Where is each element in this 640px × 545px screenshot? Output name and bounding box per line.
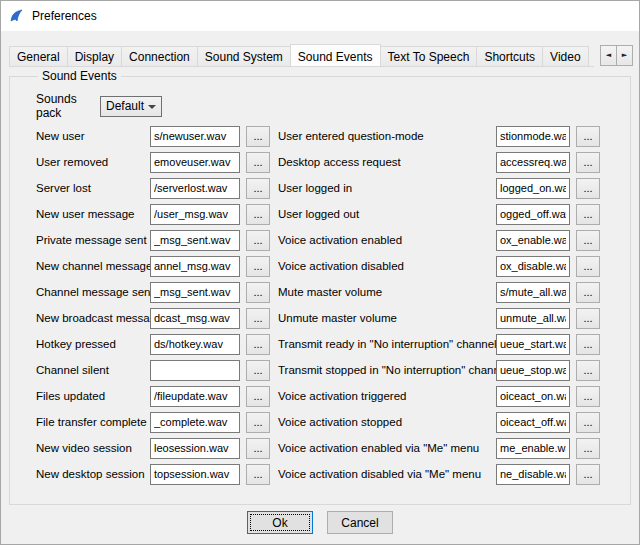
browse-button[interactable]: ... — [246, 178, 270, 199]
sound-event-label: File transfer complete — [36, 416, 150, 428]
browse-button[interactable]: ... — [246, 386, 270, 407]
tab-sound-system[interactable]: Sound System — [197, 46, 291, 66]
browse-button[interactable]: ... — [246, 282, 270, 303]
sounds-pack-select[interactable]: Default — [100, 96, 162, 117]
sound-event-row: New desktop session... — [36, 461, 270, 487]
cancel-button[interactable]: Cancel — [327, 511, 393, 534]
sound-event-row: User removed... — [36, 149, 270, 175]
browse-button[interactable]: ... — [576, 152, 600, 173]
browse-button[interactable]: ... — [576, 230, 600, 251]
sound-event-row: User logged out... — [278, 201, 600, 227]
sound-file-input[interactable] — [496, 412, 570, 433]
sound-event-row: File transfer complete... — [36, 409, 270, 435]
sound-event-label: Voice activation stopped — [278, 416, 496, 428]
browse-button[interactable]: ... — [246, 256, 270, 277]
tab-connection[interactable]: Connection — [121, 46, 198, 66]
tab-text-to-speech[interactable]: Text To Speech — [380, 46, 478, 66]
sound-event-row: Voice activation triggered... — [278, 383, 600, 409]
sound-file-input[interactable] — [496, 386, 570, 407]
browse-button[interactable]: ... — [576, 126, 600, 147]
browse-button[interactable]: ... — [576, 308, 600, 329]
browse-button[interactable]: ... — [576, 360, 600, 381]
sound-event-row: New user... — [36, 123, 270, 149]
tab-shortcuts[interactable]: Shortcuts — [476, 46, 543, 66]
browse-button[interactable]: ... — [246, 412, 270, 433]
tab-display[interactable]: Display — [67, 46, 122, 66]
sound-file-input[interactable] — [150, 126, 240, 147]
tab-scroll-left-button[interactable]: ◄ — [600, 45, 617, 66]
sound-file-input[interactable] — [150, 334, 240, 355]
sound-event-label: Files updated — [36, 390, 150, 402]
browse-button[interactable]: ... — [246, 308, 270, 329]
sound-file-input[interactable] — [496, 464, 570, 485]
sound-file-input[interactable] — [150, 464, 240, 485]
sound-event-label: User entered question-mode — [278, 130, 496, 142]
sound-event-label: New channel message — [36, 260, 150, 272]
sound-event-row: Mute master volume... — [278, 279, 600, 305]
tab-bar: GeneralDisplayConnectionSound SystemSoun… — [9, 44, 631, 67]
sound-file-input[interactable] — [150, 178, 240, 199]
browse-button[interactable]: ... — [246, 126, 270, 147]
tab-sound-events[interactable]: Sound Events — [290, 44, 381, 67]
sound-event-row: Voice activation disabled via "Me" menu.… — [278, 461, 600, 487]
sound-file-input[interactable] — [150, 230, 240, 251]
preferences-window: Preferences GeneralDisplayConnectionSoun… — [0, 0, 640, 545]
tab-video[interactable]: Video — [542, 46, 588, 66]
ok-button[interactable]: Ok — [247, 511, 313, 534]
sound-file-input[interactable] — [496, 308, 570, 329]
sound-event-row: Voice activation disabled... — [278, 253, 600, 279]
sound-file-input[interactable] — [150, 412, 240, 433]
sound-event-row: Channel silent... — [36, 357, 270, 383]
browse-button[interactable]: ... — [576, 256, 600, 277]
sound-event-label: Hotkey pressed — [36, 338, 150, 350]
sound-file-input[interactable] — [496, 230, 570, 251]
sound-event-row: Files updated... — [36, 383, 270, 409]
app-icon — [9, 8, 25, 24]
tab-general[interactable]: General — [9, 46, 68, 66]
browse-button[interactable]: ... — [576, 386, 600, 407]
sound-events-columns: New user...User removed...Server lost...… — [36, 123, 630, 487]
sound-file-input[interactable] — [496, 334, 570, 355]
sound-event-row: New video session... — [36, 435, 270, 461]
sound-file-input[interactable] — [150, 256, 240, 277]
sound-file-input[interactable] — [150, 386, 240, 407]
browse-button[interactable]: ... — [576, 204, 600, 225]
sound-event-label: Voice activation disabled — [278, 260, 496, 272]
sound-file-input[interactable] — [150, 360, 240, 381]
sound-file-input[interactable] — [496, 152, 570, 173]
sound-file-input[interactable] — [496, 178, 570, 199]
sound-file-input[interactable] — [150, 308, 240, 329]
sound-file-input[interactable] — [496, 256, 570, 277]
sound-file-input[interactable] — [496, 204, 570, 225]
dialog-buttons: Ok Cancel — [9, 511, 631, 534]
tab-scroll-right-button[interactable]: ► — [616, 45, 633, 66]
browse-button[interactable]: ... — [576, 178, 600, 199]
browse-button[interactable]: ... — [576, 334, 600, 355]
sound-events-group: Sound Events Sounds pack Default New use… — [9, 69, 631, 505]
sound-file-input[interactable] — [150, 204, 240, 225]
browse-button[interactable]: ... — [246, 152, 270, 173]
browse-button[interactable]: ... — [576, 412, 600, 433]
browse-button[interactable]: ... — [576, 282, 600, 303]
sound-file-input[interactable] — [150, 152, 240, 173]
browse-button[interactable]: ... — [246, 334, 270, 355]
sound-event-label: Voice activation enabled — [278, 234, 496, 246]
sound-file-input[interactable] — [496, 360, 570, 381]
sounds-pack-label: Sounds pack — [36, 92, 100, 120]
sound-event-row: Transmit stopped in "No interruption" ch… — [278, 357, 600, 383]
browse-button[interactable]: ... — [246, 230, 270, 251]
sound-file-input[interactable] — [496, 126, 570, 147]
browse-button[interactable]: ... — [246, 360, 270, 381]
browse-button[interactable]: ... — [246, 204, 270, 225]
browse-button[interactable]: ... — [246, 438, 270, 459]
sound-event-label: New user message — [36, 208, 150, 220]
sound-event-label: User logged out — [278, 208, 496, 220]
sound-event-row: New broadcast message... — [36, 305, 270, 331]
browse-button[interactable]: ... — [246, 464, 270, 485]
sound-file-input[interactable] — [150, 438, 240, 459]
sound-file-input[interactable] — [496, 282, 570, 303]
browse-button[interactable]: ... — [576, 464, 600, 485]
browse-button[interactable]: ... — [576, 438, 600, 459]
sound-file-input[interactable] — [150, 282, 240, 303]
sound-file-input[interactable] — [496, 438, 570, 459]
